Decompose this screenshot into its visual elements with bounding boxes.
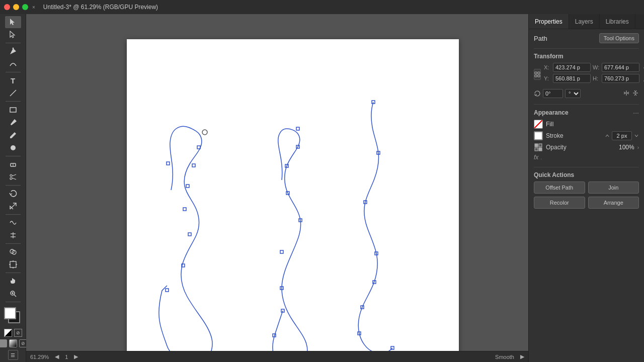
tab-libraries[interactable]: Libraries [600,14,635,29]
divider-3 [534,167,639,167]
transform-x-row: X: [544,63,591,72]
none-color-icon[interactable]: ⊘ [14,329,22,337]
transform-h-row: H: [593,74,639,83]
direct-select-tool-btn[interactable] [5,29,21,41]
transform-h-input[interactable] [602,74,639,83]
svg-line-24 [14,295,16,297]
pen-tool-btn[interactable] [5,45,21,57]
transform-section-header: Transform [534,53,639,60]
maximize-button[interactable] [22,4,28,10]
minimize-button[interactable] [13,4,19,10]
solid-color-btn[interactable] [0,339,7,347]
arrange-button[interactable]: Arrange [588,197,639,209]
svg-rect-33 [535,144,538,147]
svg-point-2 [12,48,14,49]
toolbar-separator-5 [6,185,21,186]
flip-horizontal-icon[interactable] [623,89,630,98]
line-tool-btn[interactable] [5,87,21,99]
transform-x-input[interactable] [553,63,591,72]
stroke-width-input[interactable] [612,131,632,140]
transform-w-label: W: [593,64,600,70]
path-2 [273,129,307,362]
color-swatch-area [1,306,25,325]
tab-close-icon[interactable]: × [32,5,35,10]
width-tool-btn[interactable] [5,229,21,241]
hand-tool-btn[interactable] [5,275,21,287]
svg-rect-28 [538,72,540,74]
eraser-tool-btn[interactable] [5,158,21,170]
svg-line-3 [10,90,16,96]
paintbrush-tool-btn[interactable] [5,116,21,128]
stroke-value-row [605,131,639,140]
opacity-squares-icon [534,143,542,151]
transform-section: Transform X: [534,53,639,98]
anchor-2-4 [280,250,283,253]
canvas-area[interactable]: 61.29% ◀ 1 ▶ Smooth ▶ [26,14,528,362]
more-tool-buttons: ☰ [8,350,18,360]
svg-marker-0 [10,19,15,25]
blob-brush-tool-btn[interactable] [5,142,21,154]
scale-tool-btn[interactable] [5,200,21,212]
play-btn[interactable]: ▶ [520,353,524,360]
anchor-1-2 [167,162,170,165]
fill-swatch[interactable] [534,120,543,129]
curvature-tool-btn[interactable] [5,58,21,70]
foreground-color-swatch[interactable] [4,307,16,319]
swap-colors-icon[interactable] [4,329,12,337]
zoom-tool-btn[interactable] [5,288,21,300]
svg-marker-1 [10,31,15,38]
svg-rect-4 [10,108,16,112]
status-nav-left[interactable]: ◀ [55,353,59,360]
selection-tool-btn[interactable] [5,16,21,28]
transform-y-label: Y: [544,75,551,81]
status-nav-right[interactable]: ▶ [74,353,78,360]
select-same-btn[interactable]: ☰ [8,350,18,360]
scissors-tool-btn[interactable] [5,171,21,183]
stroke-up-icon[interactable] [605,133,610,138]
toolbar-separator-9 [6,302,21,302]
pencil-tool-btn[interactable] [5,129,21,141]
shape-builder-tool-btn[interactable] [5,246,21,258]
rotate-tool-btn[interactable] [5,188,21,200]
transform-link-icon[interactable] [534,69,541,80]
svg-point-8 [10,174,12,176]
transform-w-input[interactable] [602,63,639,72]
recolor-button[interactable]: Recolor [534,197,585,209]
warp-tool-btn[interactable] [5,217,21,229]
stroke-options-icon[interactable] [634,133,639,138]
rotation-select[interactable]: ° [565,89,581,98]
divider-2 [534,104,639,105]
transform-grid: X: W: Y: H: [544,63,639,83]
flip-vertical-icon[interactable] [632,89,639,98]
anchor-1-4 [188,233,191,236]
toolbar-separator-8 [6,273,21,273]
appearance-section: Appearance ··· Fill Stroke [534,109,639,161]
type-tool-btn[interactable]: T [5,74,21,86]
quick-actions-grid: Offset Path Join Recolor Arrange [534,182,639,209]
opacity-icon [534,143,543,152]
tool-options-button[interactable]: Tool Options [599,33,639,43]
rect-tool-btn[interactable] [5,104,21,116]
opacity-expand-icon[interactable]: › [637,145,639,150]
gradient-color-btn[interactable] [9,339,17,347]
smooth-label: Smooth [495,354,514,360]
object-type-label: Path [534,35,547,42]
path-3 [358,102,392,353]
stroke-swatch[interactable] [534,131,543,140]
offset-path-button[interactable]: Offset Path [534,182,585,194]
join-button[interactable]: Join [588,182,639,194]
transform-y-input[interactable] [553,74,591,83]
artboard-tool-btn[interactable] [5,258,21,270]
transform-h-label: H: [593,75,600,81]
rotation-input[interactable] [543,89,563,98]
tab-properties[interactable]: Properties [529,14,569,29]
document-tab[interactable]: Untitled-3* @ 61.29% (RGB/GPU Preview) [43,4,158,11]
appearance-more-icon[interactable]: ··· [633,109,639,117]
tab-layers[interactable]: Layers [569,14,600,29]
anchor-1-7 [192,164,195,167]
left-toolbar: T [0,14,26,362]
appearance-section-header: Appearance ··· [534,109,639,117]
handle-point-1 [202,130,207,135]
toolbar-separator-4 [6,156,21,156]
close-button[interactable] [4,4,10,10]
